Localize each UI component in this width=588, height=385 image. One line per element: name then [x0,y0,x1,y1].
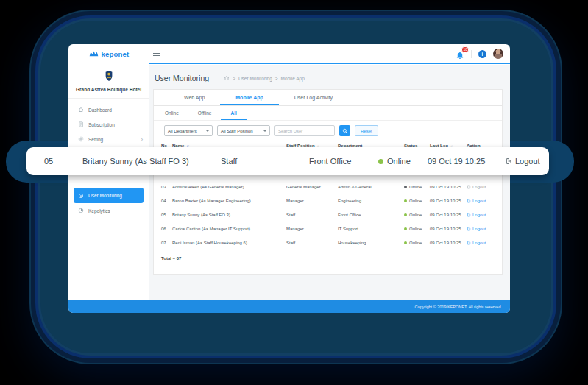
magnified-row-department: Front Office [309,157,351,166]
subscription-icon [78,121,84,127]
user-monitoring-icon [78,193,84,199]
gear-icon [78,136,84,142]
chevron-down-icon [263,130,266,133]
logout-icon [505,158,512,165]
breadcrumb: > User Monitoring > Mobile App [224,75,305,81]
notification-bell-icon[interactable]: 10 [456,49,464,58]
logout-button[interactable]: Logout [467,213,502,217]
logout-icon [467,241,471,245]
main-area: User Monitoring > User Monitoring > Mobi… [149,65,510,300]
status-dot [404,213,407,216]
reset-button[interactable]: Reset [355,125,378,136]
breadcrumb-item-user-monitoring[interactable]: User Monitoring [238,76,272,81]
breadcrumb-item-mobile-app[interactable]: Mobile App [281,76,305,81]
hamburger-menu-icon[interactable] [151,49,162,59]
sidebar-item-dashboard[interactable]: Dashboard [68,102,149,117]
sidebar-item-setting[interactable]: Setting › [68,132,149,146]
subtab-online[interactable]: Online [155,106,188,120]
app-footer: Copyright © 2019 KEPONET. All rights res… [68,300,510,313]
content-card: Web AppMobile AppUser Log Activity Onlin… [153,89,503,275]
magnified-row-name: Britany Sunny (As Staff FO 3) [82,157,189,166]
tab-web-app[interactable]: Web App [169,90,220,105]
logout-button[interactable]: Logout [467,199,502,203]
magnified-row-status: Online [378,157,411,166]
app-body: Grand Astrea Boutique Hotel Dashboard Su… [68,65,510,300]
page-title: User Monitoring [155,74,209,82]
online-status-dot [378,159,383,164]
magnified-row-logout-button[interactable]: Logout [505,157,540,166]
breadcrumb-separator: > [233,76,235,81]
chevron-down-icon [206,130,209,133]
logout-icon [467,185,471,189]
hotel-block: Grand Astrea Boutique Hotel [68,65,149,99]
logout-button[interactable]: Logout [467,227,502,231]
topbar: keponet 10 i [68,44,510,63]
tabs: Web AppMobile AppUser Log Activity [154,90,502,106]
table-row: 04 Baron Baxter (As Manager Engineering)… [154,194,502,208]
breadcrumb-separator: > [275,76,278,81]
magnified-row-position: Staff [221,157,237,166]
sidebar-item-subscription[interactable]: Subscription [68,117,149,132]
department-select[interactable]: All Department [164,125,213,136]
page-head: User Monitoring > User Monitoring > Mobi… [149,65,510,89]
subtab-offline[interactable]: Offline [188,106,222,120]
sidebar-item-user-monitoring[interactable]: User Monitoring [74,188,144,203]
table-body: 03 Admiral Aiken (As General Manager) Ge… [154,180,502,250]
stage: keponet 10 i [0,0,588,385]
chevron-right-icon: › [141,137,143,142]
subtab-all[interactable]: All [221,106,246,120]
topbar-actions: 10 i [456,49,510,59]
status-dot [404,227,407,230]
topbar-divider [471,50,472,58]
notification-badge: 10 [461,46,469,53]
filter-bar: All Department All Staff Position Reset [154,121,502,141]
logout-button[interactable]: Logout [467,185,502,189]
status-dot [404,241,407,244]
magnified-row: 05 Britany Sunny (As Staff FO 3) Staff F… [26,147,549,175]
keponet-crown-icon [89,50,99,57]
status-dot [404,186,407,188]
hotel-name: Grand Astrea Boutique Hotel [73,87,144,92]
table-row: 06 Carlos Carlton (As Manager IT Support… [154,222,502,236]
logout-icon [467,199,471,203]
subtabs: OnlineOfflineAll [154,106,502,121]
tab-mobile-app[interactable]: Mobile App [220,90,278,105]
tab-user-log-activity[interactable]: User Log Activity [279,90,348,105]
hotel-emblem-icon [104,70,114,82]
staff-position-select[interactable]: All Staff Position [217,125,270,136]
magnified-row-no: 05 [44,157,53,166]
logo-text: keponet [102,50,130,58]
copyright-text: Copyright © 2019 KEPONET. All rights res… [415,305,502,309]
search-input[interactable] [274,125,335,136]
table-row: 05 Britany Sunny (As Staff FO 3) Staff F… [154,208,502,222]
avatar[interactable] [493,49,503,59]
table-total: Total = 07 [154,250,502,261]
logout-icon [467,213,471,217]
magnified-row-last-log: 09 Oct 19 10:25 [428,157,485,166]
kepolytics-icon [78,208,84,213]
search-button[interactable] [339,125,350,136]
status-dot [404,199,407,202]
table-row: 03 Admiral Aiken (As General Manager) Ge… [154,180,502,194]
table-row: 07 Reni Isman (As Staff Housekeeping 6) … [154,236,502,250]
sidebar-item-kepolytics[interactable]: Kepolytics [68,203,149,218]
sidebar: Grand Astrea Boutique Hotel Dashboard Su… [68,65,149,300]
logout-button[interactable]: Logout [467,241,502,245]
app-logo[interactable]: keponet [68,50,149,58]
search-icon [342,128,348,134]
logout-icon [467,227,471,231]
topbar-accent-rule [149,63,510,64]
home-icon[interactable] [224,75,230,81]
home-icon [78,107,84,113]
info-icon[interactable]: i [478,50,486,58]
app-window: keponet 10 i [68,44,510,313]
